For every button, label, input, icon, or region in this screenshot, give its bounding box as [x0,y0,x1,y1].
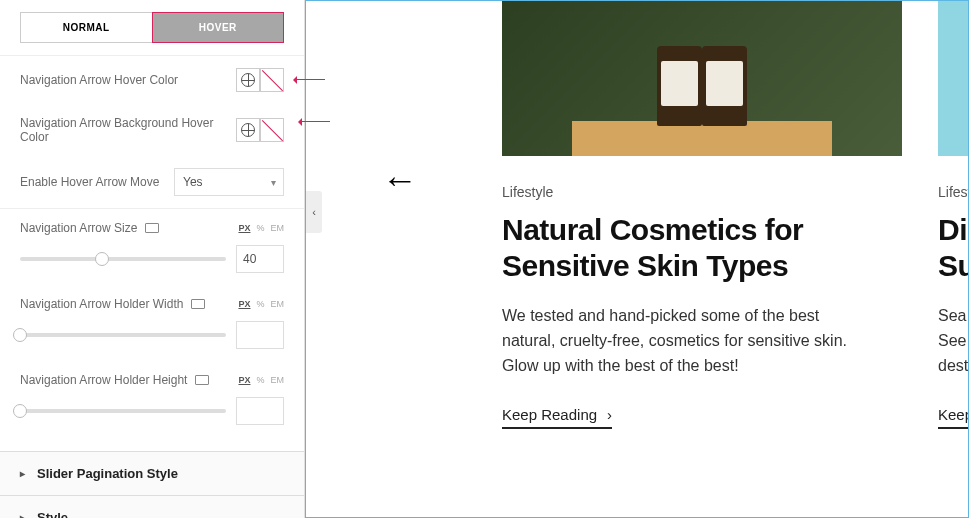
annotation-arrow [295,79,325,80]
unit-px[interactable]: PX [238,223,250,233]
elementor-panel: NORMAL HOVER Navigation Arrow Hover Colo… [0,0,305,518]
card-description: We tested and hand-picked some of the be… [502,304,872,378]
slider-holder-width[interactable] [20,333,226,337]
tab-normal[interactable]: NORMAL [20,12,152,43]
units-selector: PX % EM [238,299,284,309]
card-category: Lifest [938,184,969,200]
keep-reading-link[interactable]: Keep [938,406,969,429]
row-holder-width: Navigation Arrow Holder Width PX % EM [0,285,304,361]
label-enable-hover-move: Enable Hover Arrow Move [20,175,174,189]
slider-arrow-size[interactable] [20,257,226,261]
unit-px[interactable]: PX [238,299,250,309]
accordion-label: Style [37,510,68,518]
collapse-panel-button[interactable]: ‹ [306,191,322,233]
label-arrow-size: Navigation Arrow Size [20,221,159,235]
row-arrow-size: Navigation Arrow Size PX % EM [0,209,304,285]
label-holder-width: Navigation Arrow Holder Width [20,297,205,311]
preview-canvas: ‹ ← Lifestyle Natural Cosmetics for Sens… [305,0,969,518]
accordion-pagination[interactable]: ▸ Slider Pagination Style [0,451,304,495]
card-image [502,0,902,156]
slider-thumb[interactable] [13,404,27,418]
input-holder-height[interactable] [236,397,284,425]
state-tabs: NORMAL HOVER [0,0,304,56]
desktop-icon[interactable] [145,223,159,233]
caret-right-icon: ▸ [20,468,25,479]
tab-hover[interactable]: HOVER [152,12,285,43]
unit-pct[interactable]: % [256,375,264,385]
slider-holder-height[interactable] [20,409,226,413]
slide-card-1: Lifestyle Natural Cosmetics for Sensitiv… [467,0,907,429]
label-arrow-bg-hover-color: Navigation Arrow Background Hover Color [20,116,236,144]
card-image [938,0,969,156]
desktop-icon[interactable] [191,299,205,309]
slide-card-2: Lifest Dis Sur Sea, See o desti Keep [938,0,969,429]
slider-thumb[interactable] [13,328,27,342]
color-controls [236,68,284,92]
accordion-style[interactable]: ▸ Style [0,495,304,518]
unit-em[interactable]: EM [271,299,285,309]
accordion-label: Slider Pagination Style [37,466,178,481]
unit-px[interactable]: PX [238,375,250,385]
card-title: Dis Sur [938,212,969,284]
unit-pct[interactable]: % [256,223,264,233]
global-color-button[interactable] [236,68,260,92]
label-arrow-hover-color: Navigation Arrow Hover Color [20,73,236,87]
unit-em[interactable]: EM [271,375,285,385]
units-selector: PX % EM [238,375,284,385]
color-controls [236,118,284,142]
row-holder-height: Navigation Arrow Holder Height PX % EM [0,361,304,437]
globe-icon [241,73,255,87]
keep-reading-link[interactable]: Keep Reading› [502,406,612,429]
units-selector: PX % EM [238,223,284,233]
global-color-button[interactable] [236,118,260,142]
color-picker-button[interactable] [260,68,284,92]
row-arrow-bg-hover-color: Navigation Arrow Background Hover Color [0,104,304,156]
card-title: Natural Cosmetics for Sensitive Skin Typ… [502,212,872,284]
row-arrow-hover-color: Navigation Arrow Hover Color [0,56,304,104]
desktop-icon[interactable] [195,375,209,385]
card-category: Lifestyle [502,184,872,200]
select-enable-hover-move[interactable]: Yes [174,168,284,196]
color-picker-button[interactable] [260,118,284,142]
unit-em[interactable]: EM [271,223,285,233]
chevron-right-icon: › [607,406,612,423]
row-enable-hover-move: Enable Hover Arrow Move Yes [0,156,304,208]
card-description: Sea, See o desti [938,304,969,378]
caret-right-icon: ▸ [20,512,25,518]
select-wrap: Yes [174,168,284,196]
slider-prev-arrow[interactable]: ← [382,159,418,201]
panel-body: Navigation Arrow Hover Color Navigation … [0,56,304,518]
label-holder-height: Navigation Arrow Holder Height [20,373,209,387]
slider-thumb[interactable] [95,252,109,266]
unit-pct[interactable]: % [256,299,264,309]
input-arrow-size[interactable] [236,245,284,273]
annotation-arrow [300,121,330,122]
input-holder-width[interactable] [236,321,284,349]
globe-icon [241,123,255,137]
